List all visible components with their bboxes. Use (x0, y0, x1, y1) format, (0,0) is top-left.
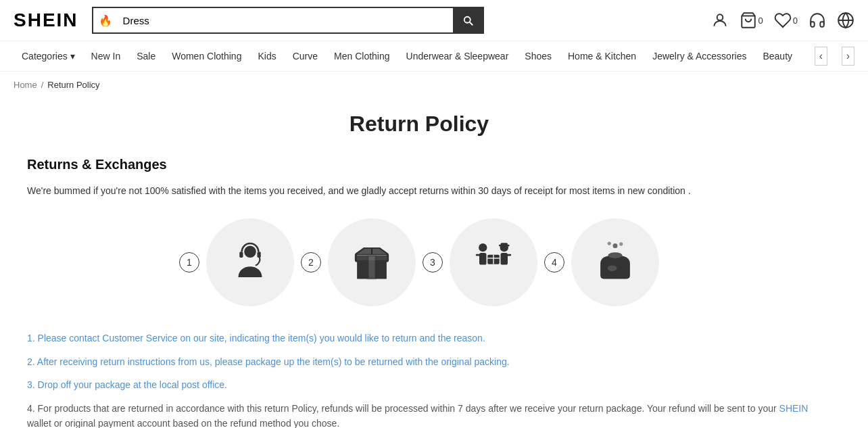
account-icon-wrapper[interactable] (711, 11, 729, 29)
step-list-item-3: 3. Drop off your package at the local po… (27, 377, 811, 392)
breadcrumb-current: Return Policy (47, 80, 99, 90)
section-title: Returns & Exchanges (27, 157, 811, 172)
nav-item-women-clothing[interactable]: Women Clothing (164, 41, 249, 71)
wishlist-icon (774, 11, 792, 29)
nav-item-categories[interactable]: Categories ▾ (14, 41, 83, 71)
step-2-wrapper: 2 (301, 218, 416, 306)
package-icon (348, 239, 395, 286)
step-list-item-3-text: 3. Drop off your package at the local po… (27, 379, 227, 390)
svg-point-3 (244, 246, 256, 258)
step-list-item-2: 2. After receiving return instructions f… (27, 354, 811, 369)
step-1-wrapper: 1 (179, 218, 294, 306)
steps-container: 1 2 (27, 218, 811, 306)
step-2-number: 2 (301, 252, 321, 272)
svg-point-0 (717, 14, 723, 20)
nav-item-home-kitchen[interactable]: Home & Kitchen (560, 41, 644, 71)
step-list-item-4-suffix: wallet or original payment account based… (27, 418, 339, 428)
step-1-number: 1 (179, 252, 199, 272)
steps-list: 1. Please contact Customer Service on ou… (27, 331, 811, 428)
headphone-icon (809, 11, 826, 29)
cart-count: 0 (758, 16, 763, 26)
nav-next-button[interactable]: › (842, 47, 854, 66)
svg-rect-4 (239, 252, 243, 258)
step-3-wrapper: 3 (423, 218, 537, 306)
step-1-circle (206, 218, 294, 306)
cart-icon-wrapper[interactable]: 0 (740, 11, 763, 29)
logo[interactable]: SHEIN (14, 9, 78, 31)
svg-point-23 (613, 243, 618, 248)
step-4-circle (571, 218, 659, 306)
step-list-item-1-text: 1. Please contact Customer Service on ou… (27, 333, 485, 343)
step-3-number: 3 (423, 252, 443, 272)
step-list-item-4-prefix: 4. For products that are returned in acc… (27, 403, 779, 414)
intro-text: We're bummed if you're not 100% satisfie… (27, 183, 811, 198)
breadcrumb-home[interactable]: Home (14, 80, 37, 90)
cart-icon (740, 11, 757, 29)
step-list-item-2-text: 2. After receiving return instructions f… (27, 356, 510, 367)
step-3-circle (450, 218, 537, 306)
search-icon (462, 14, 474, 26)
step-list-item-1: 1. Please contact Customer Service on ou… (27, 331, 811, 346)
nav-item-underwear[interactable]: Underwear & Sleepwear (398, 41, 517, 71)
svg-rect-16 (501, 243, 508, 247)
customer-service-icon (226, 239, 274, 286)
nav-item-new-in[interactable]: New In (83, 41, 129, 71)
nav-prev-button[interactable]: ‹ (815, 47, 827, 66)
nav-item-sale[interactable]: Sale (128, 41, 164, 71)
main-content: Return Policy Returns & Exchanges We're … (0, 98, 838, 428)
handover-icon (470, 239, 517, 286)
wishlist-icon-wrapper[interactable]: 0 (774, 11, 798, 29)
breadcrumb-separator: / (41, 80, 44, 90)
header: SHEIN 🔥 0 0 (0, 0, 868, 41)
language-icon (837, 11, 854, 29)
header-icons: 0 0 (711, 11, 854, 29)
language-icon-wrapper[interactable] (837, 11, 854, 29)
page-title: Return Policy (27, 112, 811, 137)
main-nav: Categories ▾ New In Sale Women Clothing … (0, 41, 868, 72)
nav-item-jewelry[interactable]: Jewelry & Accessories (644, 41, 754, 71)
svg-rect-18 (506, 254, 511, 256)
search-input[interactable] (118, 15, 453, 26)
refund-icon (592, 239, 639, 286)
search-button[interactable] (453, 7, 483, 34)
shein-link[interactable]: SHEIN (779, 403, 809, 414)
step-list-item-4: 4. For products that are returned in acc… (27, 401, 811, 428)
breadcrumb: Home / Return Policy (0, 72, 868, 98)
svg-point-22 (608, 253, 623, 259)
wishlist-count: 0 (793, 16, 798, 26)
nav-item-beauty[interactable]: Beauty (754, 41, 800, 71)
svg-point-11 (479, 243, 487, 252)
nav-item-curve[interactable]: Curve (285, 41, 326, 71)
nav-item-kids[interactable]: Kids (249, 41, 284, 71)
svg-point-26 (608, 266, 617, 272)
svg-point-25 (619, 243, 623, 246)
nav-item-men-clothing[interactable]: Men Clothing (326, 41, 398, 71)
svg-rect-10 (368, 256, 376, 279)
step-4-wrapper: 4 (544, 218, 659, 306)
svg-point-24 (608, 242, 611, 245)
headphone-icon-wrapper[interactable] (809, 11, 826, 29)
svg-rect-13 (476, 254, 481, 256)
search-bar: 🔥 (92, 7, 484, 34)
nav-item-shoes[interactable]: Shoes (516, 41, 560, 71)
step-2-circle (328, 218, 416, 306)
fire-icon: 🔥 (93, 14, 118, 27)
step-4-number: 4 (544, 252, 564, 272)
account-icon (711, 11, 729, 29)
